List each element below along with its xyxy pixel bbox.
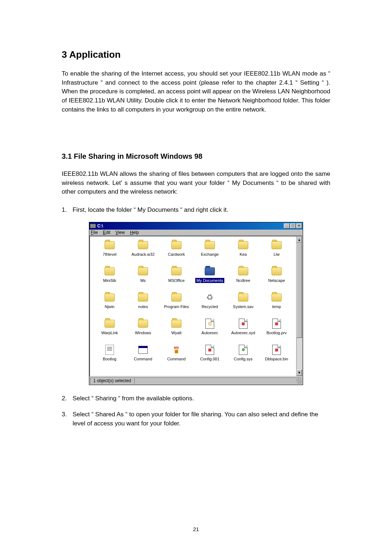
msdos-icon: MS⌂: [172, 345, 181, 355]
folder-windows[interactable]: Windows: [126, 319, 160, 345]
file-command-2[interactable]: MS⌂Command: [160, 345, 193, 367]
step-number: 2.: [62, 394, 73, 403]
menu-view[interactable]: View: [115, 230, 125, 235]
step-number: 1.: [62, 206, 73, 215]
intro-paragraph: IEEE802.11b WLAN allows the sharing of f…: [62, 170, 330, 197]
folder-warplink[interactable]: WarpLink: [93, 319, 126, 345]
file-bootlog-prv[interactable]: ≣Bootlog.prv: [260, 319, 293, 345]
folder-icon: [271, 241, 282, 249]
file-command-1[interactable]: Command: [126, 345, 160, 367]
window-title: C:\: [97, 223, 284, 229]
folder-audrack[interactable]: Audrack.w32: [126, 240, 160, 266]
folder-llw[interactable]: Llw: [260, 240, 293, 266]
drive-icon: [90, 224, 96, 228]
folder-icon: [205, 241, 215, 249]
folder-netscape[interactable]: Netscape: [260, 266, 293, 292]
step-number: 3.: [62, 410, 73, 428]
file-autoexec[interactable]: ⚙Autoexec: [193, 319, 226, 345]
folder-temp[interactable]: temp: [260, 292, 293, 319]
step-text: First, locate the folder “ My Documents …: [73, 206, 330, 215]
status-bar: 1 object(s) selected: [89, 377, 303, 385]
file-icon: ≣: [205, 345, 214, 355]
menu-bar: File Edit View Help: [89, 230, 303, 236]
folder-icon: [271, 267, 282, 275]
folder-icon: [171, 320, 181, 328]
folder-icon: [171, 267, 181, 275]
scroll-down-button[interactable]: ▼: [297, 369, 302, 376]
folder-icon: [205, 267, 215, 275]
folder-icon: [105, 294, 115, 302]
file-bootlog[interactable]: Bootlog: [93, 345, 126, 367]
icon-grid[interactable]: 7thlevel Audrack.w32 Cardwork Exchange K…: [90, 236, 296, 376]
folder-icon: [138, 267, 148, 275]
menu-file[interactable]: File: [91, 230, 98, 235]
window-titlebar[interactable]: C:\ _ □ ×: [89, 222, 303, 230]
folder-program-files[interactable]: Program Files: [160, 292, 193, 319]
file-dblspace[interactable]: ≣Dblspace.bin: [260, 345, 293, 367]
explorer-window: C:\ _ □ × File Edit View Help 7thlevel A…: [89, 222, 303, 385]
folder-icon: [138, 294, 148, 302]
content-area: 7thlevel Audrack.w32 Cardwork Exchange K…: [89, 236, 303, 377]
folder-njwin[interactable]: Njwin: [93, 292, 126, 319]
file-config-001[interactable]: ≣Config.001: [193, 345, 226, 367]
folder-icon: [138, 320, 148, 328]
recycled[interactable]: ♻Recycled: [193, 292, 226, 319]
text-file-icon: [105, 345, 114, 355]
folder-ministk[interactable]: MiniStk: [93, 266, 126, 292]
folder-icon: [238, 267, 248, 275]
folder-icon: [238, 294, 248, 302]
folder-kea[interactable]: Kea: [226, 240, 260, 266]
status-text: 1 object(s) selected: [90, 377, 134, 384]
folder-icon: [105, 320, 115, 328]
folder-ms[interactable]: Ms: [126, 266, 160, 292]
window-icon: [138, 346, 148, 354]
folder-wyatt[interactable]: Wyatt: [160, 319, 193, 345]
vertical-scrollbar[interactable]: ▲ ▼: [296, 236, 302, 376]
step-text: Select “ Shared As “ to open your folder…: [73, 410, 330, 428]
step-3: 3. Select “ Shared As “ to open your fol…: [62, 410, 330, 428]
gear-icon: ⚙: [205, 319, 214, 329]
folder-ncdtree[interactable]: Ncdtree: [226, 266, 260, 292]
section-heading: 3 Application: [62, 49, 330, 60]
folder-my-documents[interactable]: My Documents: [193, 266, 226, 292]
file-icon: ≣: [272, 345, 281, 355]
folder-msoffice[interactable]: MSOffice: [160, 266, 193, 292]
folder-icon: [171, 241, 181, 249]
folder-icon: [105, 241, 115, 249]
scroll-up-button[interactable]: ▲: [297, 236, 302, 243]
file-icon: ≣: [239, 319, 248, 329]
page-number: 21: [0, 526, 392, 532]
step-text: Select “ Sharing “ from the available op…: [73, 394, 330, 403]
folder-icon: [105, 267, 115, 275]
menu-help[interactable]: Help: [130, 230, 139, 235]
step-1: 1. First, locate the folder “ My Documen…: [62, 206, 330, 215]
folder-icon: [271, 294, 282, 302]
folder-system-sav[interactable]: System.sav: [226, 292, 260, 319]
file-autoexec-syd[interactable]: ≣Autoexec.syd: [226, 319, 260, 345]
step-2: 2. Select “ Sharing “ from the available…: [62, 394, 330, 403]
file-config-sys[interactable]: ⚙Config.sys: [226, 345, 260, 367]
folder-cardwork[interactable]: Cardwork: [160, 240, 193, 266]
folder-icon: [238, 241, 248, 249]
folder-7thlevel[interactable]: 7thlevel: [93, 240, 126, 266]
scroll-track[interactable]: [297, 243, 302, 369]
body-paragraph: To enable the sharing of the Internet ac…: [62, 69, 330, 114]
minimize-button[interactable]: _: [284, 223, 290, 229]
gear-icon: ⚙: [239, 345, 248, 355]
file-icon: ≣: [272, 319, 281, 329]
folder-notes[interactable]: notes: [126, 292, 160, 319]
folder-icon: [138, 241, 148, 249]
menu-edit[interactable]: Edit: [103, 230, 110, 235]
folder-exchange[interactable]: Exchange: [193, 240, 226, 266]
close-button[interactable]: ×: [296, 223, 302, 229]
recycle-icon: ♻: [205, 292, 215, 303]
status-spacer: [134, 377, 302, 384]
resize-grip-icon[interactable]: [297, 379, 302, 384]
maximize-button[interactable]: □: [290, 223, 296, 229]
folder-icon: [171, 294, 181, 302]
scroll-thumb[interactable]: [297, 243, 302, 338]
subsection-heading: 3.1 File Sharing in Microsoft Windows 98: [62, 152, 330, 161]
